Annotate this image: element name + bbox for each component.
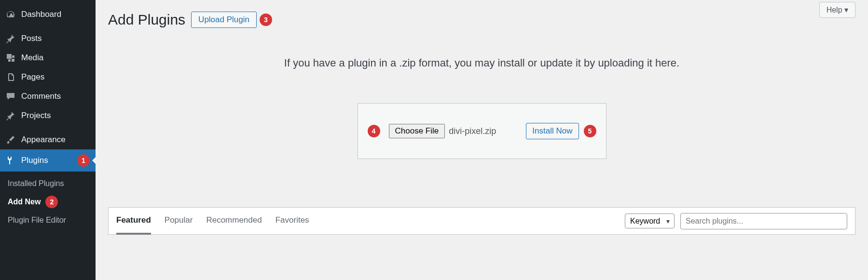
menu-comments[interactable]: Comments	[0, 87, 96, 106]
help-button[interactable]: Help ▾	[819, 2, 855, 18]
submenu-installed-plugins[interactable]: Installed Plugins	[0, 175, 96, 192]
pages-icon	[6, 72, 15, 82]
upload-plugin-button[interactable]: Upload Plugin	[191, 12, 257, 28]
tab-featured[interactable]: Featured	[116, 208, 151, 235]
menu-comments-label: Comments	[21, 92, 90, 101]
filter-tabs: Featured Popular Recommended Favorites	[116, 208, 309, 234]
annotation-badge-2: 2	[45, 196, 58, 208]
menu-pages-label: Pages	[21, 72, 90, 82]
submenu-add-new[interactable]: Add New 2	[0, 192, 96, 212]
tab-popular[interactable]: Popular	[165, 208, 193, 235]
media-icon	[6, 53, 15, 63]
submenu-add-new-label: Add New	[8, 198, 41, 206]
choose-file-button[interactable]: Choose File	[389, 124, 445, 138]
annotation-badge-5: 5	[584, 125, 596, 137]
menu-media-label: Media	[21, 53, 90, 63]
submenu-file-editor[interactable]: Plugin File Editor	[0, 212, 96, 228]
search-plugins-input[interactable]	[680, 213, 847, 229]
menu-dashboard[interactable]: Dashboard	[0, 5, 96, 24]
annotation-badge-3: 3	[260, 13, 272, 26]
menu-posts-label: Posts	[21, 34, 90, 43]
annotation-badge-1: 1	[77, 154, 90, 167]
pin-icon	[6, 111, 15, 120]
brush-icon	[6, 135, 15, 145]
menu-media[interactable]: Media	[0, 48, 96, 67]
submenu-file-editor-label: Plugin File Editor	[8, 216, 66, 225]
annotation-badge-4: 4	[368, 125, 380, 137]
menu-plugins-label: Plugins	[21, 156, 72, 165]
menu-posts[interactable]: Posts	[0, 29, 96, 48]
menu-dashboard-label: Dashboard	[21, 10, 90, 19]
comment-icon	[6, 92, 15, 101]
menu-pages[interactable]: Pages	[0, 67, 96, 87]
tab-recommended[interactable]: Recommended	[206, 208, 262, 235]
plugins-submenu: Installed Plugins Add New 2 Plugin File …	[0, 172, 96, 232]
main-content: Help ▾ Add Plugins Upload Plugin 3 If yo…	[96, 0, 868, 280]
menu-plugins[interactable]: Plugins 1	[0, 149, 96, 172]
plugin-filter-bar: Featured Popular Recommended Favorites K…	[108, 207, 855, 235]
page-title: Add Plugins	[108, 12, 185, 28]
pin-icon	[6, 34, 15, 43]
upload-form: 4 Choose File divi-pixel.zip Install Now…	[358, 103, 606, 159]
plugin-icon	[6, 156, 15, 165]
upload-instruction: If you have a plugin in a .zip format, y…	[108, 57, 855, 69]
search-type-select[interactable]: Keyword	[625, 213, 675, 228]
dashboard-icon	[6, 10, 15, 19]
menu-appearance-label: Appearance	[21, 135, 90, 145]
install-now-button[interactable]: Install Now	[526, 123, 579, 139]
admin-sidebar: Dashboard Posts Media Pages Comments Pro…	[0, 0, 96, 280]
menu-projects-label: Projects	[21, 111, 90, 120]
tab-favorites[interactable]: Favorites	[276, 208, 309, 235]
menu-projects[interactable]: Projects	[0, 106, 96, 125]
submenu-installed-label: Installed Plugins	[8, 179, 64, 188]
menu-appearance[interactable]: Appearance	[0, 130, 96, 149]
selected-file-name: divi-pixel.zip	[449, 126, 496, 136]
